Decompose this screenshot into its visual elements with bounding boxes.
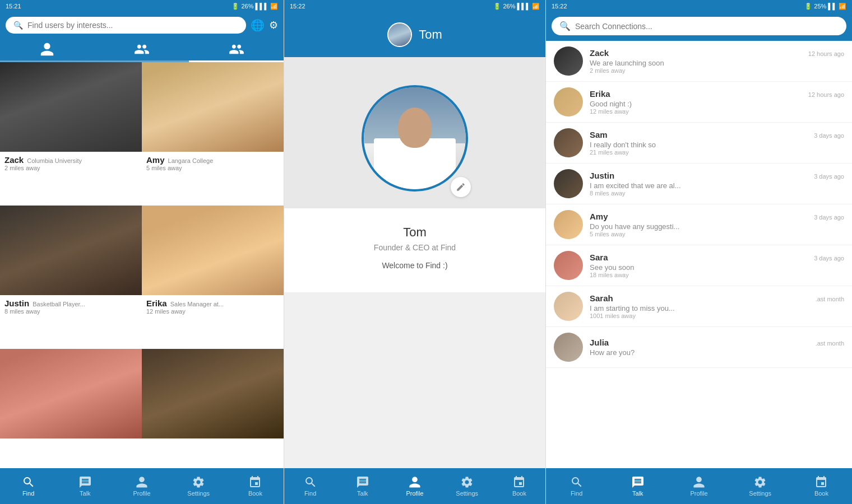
nav-book-1[interactable]: Book xyxy=(227,475,284,497)
conn-info-sarah: Sarah .ast month I am starting to miss y… xyxy=(590,293,844,319)
conn-avatar-sam xyxy=(554,128,583,157)
search-input-3[interactable] xyxy=(575,22,839,31)
nav-find-label-1: Find xyxy=(22,490,34,497)
profile-avatar-edit-btn[interactable] xyxy=(451,177,471,197)
conn-avatar-sarah xyxy=(554,292,583,321)
status-bar-2: 15:22 🔋 26% ▌▌▌ 📶 xyxy=(284,0,545,12)
tab-single-user[interactable] xyxy=(0,41,95,62)
conn-avatar-sara xyxy=(554,251,583,280)
nav-settings-2[interactable]: Settings xyxy=(441,475,493,497)
conn-time-sam: 3 days ago xyxy=(814,132,844,139)
conn-time-julia: .ast month xyxy=(816,340,844,347)
conn-info-sam: Sam 3 days ago I really don't think so 2… xyxy=(590,130,844,156)
search-bar-1: 🔍 🌐 ⚙ xyxy=(0,12,284,38)
connection-item-sam[interactable]: Sam 3 days ago I really don't think so 2… xyxy=(546,123,852,164)
conn-name-sara: Sara xyxy=(590,253,608,262)
nav-settings-label-2: Settings xyxy=(456,490,478,497)
tab-group-user[interactable] xyxy=(95,41,189,62)
conn-time-zack: 12 hours ago xyxy=(808,50,844,57)
conn-distance-zack: 2 miles away xyxy=(590,67,844,74)
conn-distance-sara: 18 miles away xyxy=(590,272,844,278)
connection-item-amy[interactable]: Amy 3 days ago Do you have any suggesti.… xyxy=(546,204,852,245)
connection-item-zack[interactable]: Zack 12 hours ago We are launching soon … xyxy=(546,41,852,82)
search-input-wrap-3[interactable]: 🔍 xyxy=(552,17,846,35)
conn-message-sara: See you soon xyxy=(590,263,844,272)
user-subtitle-zack: Columbia University xyxy=(27,157,82,165)
nav-book-2[interactable]: Book xyxy=(493,475,545,497)
user-card-zack[interactable]: Zack Columbia University 2 miles away xyxy=(0,62,142,206)
nav-profile-label-3: Profile xyxy=(690,490,707,497)
battery-signal-1: 🔋 26% ▌▌▌ 📶 xyxy=(231,3,278,10)
conn-distance-amy: 5 miles away xyxy=(590,231,844,237)
search-icon-1: 🔍 xyxy=(13,21,23,30)
profile-name: Tom xyxy=(295,225,534,240)
nav-profile-1[interactable]: Profile xyxy=(113,475,170,497)
conn-time-sarah: .ast month xyxy=(816,296,844,302)
tab-multiple-users[interactable] xyxy=(189,41,284,62)
user-name-justin: Justin xyxy=(4,298,29,308)
bottom-nav-1: Find Talk Profile Settings Book xyxy=(0,468,284,504)
nav-talk-3[interactable]: Talk xyxy=(607,475,668,497)
profile-info-section: Tom Founder & CEO at Find Welcome to Fin… xyxy=(284,208,545,292)
conn-message-amy: Do you have any suggesti... xyxy=(590,222,844,231)
time-2: 15:22 xyxy=(290,3,305,10)
nav-book-label-2: Book xyxy=(512,490,526,497)
nav-book-3[interactable]: Book xyxy=(791,475,852,497)
user-card-amy[interactable]: Amy Langara College 5 miles away xyxy=(142,62,284,206)
user-card-erika[interactable]: Erika Sales Manager at... 12 miles away xyxy=(142,206,284,349)
user-name-amy: Amy xyxy=(146,155,165,165)
connection-item-erika[interactable]: Erika 12 hours ago Good night :) 12 mile… xyxy=(546,82,852,123)
search-input-1[interactable] xyxy=(27,21,238,30)
nav-talk-1[interactable]: Talk xyxy=(57,475,113,497)
user-subtitle-erika: Sales Manager at... xyxy=(170,300,224,308)
nav-profile-2[interactable]: Profile xyxy=(388,475,441,497)
conn-name-erika: Erika xyxy=(590,89,610,99)
conn-message-sarah: I am starting to miss you... xyxy=(590,304,844,312)
connection-item-julia[interactable]: Julia .ast month How are you? xyxy=(546,327,852,368)
filter-icon-1[interactable]: ⚙ xyxy=(269,19,278,31)
conn-name-zack: Zack xyxy=(590,48,609,58)
conn-message-zack: We are launching soon xyxy=(590,59,844,67)
conn-avatar-erika xyxy=(554,87,583,116)
conn-info-julia: Julia .ast month How are you? xyxy=(590,338,844,357)
conn-info-amy: Amy 3 days ago Do you have any suggesti.… xyxy=(590,212,844,237)
connection-item-justin[interactable]: Justin 3 days ago I am excited that we a… xyxy=(546,164,852,204)
user-card-male2[interactable] xyxy=(142,349,284,468)
connection-item-sarah[interactable]: Sarah .ast month I am starting to miss y… xyxy=(546,286,852,327)
user-name-zack: Zack xyxy=(4,155,24,165)
conn-distance-sam: 21 miles away xyxy=(590,149,844,156)
nav-find-1[interactable]: Find xyxy=(0,475,57,497)
nav-talk-label-3: Talk xyxy=(632,490,643,497)
user-card-justin[interactable]: Justin Basketball Player... 8 miles away xyxy=(0,206,142,349)
profile-header-avatar xyxy=(387,22,412,47)
nav-settings-3[interactable]: Settings xyxy=(730,475,791,497)
conn-info-justin: Justin 3 days ago I am excited that we a… xyxy=(590,171,844,197)
conn-avatar-justin xyxy=(554,169,583,198)
nav-talk-label-1: Talk xyxy=(80,490,91,497)
conn-avatar-amy xyxy=(554,210,583,239)
conn-distance-sarah: 1001 miles away xyxy=(590,312,844,319)
conn-name-sam: Sam xyxy=(590,130,608,139)
globe-icon-1[interactable]: 🌐 xyxy=(251,18,265,32)
conn-info-zack: Zack 12 hours ago We are launching soon … xyxy=(590,48,844,74)
user-card-sara[interactable] xyxy=(0,349,142,468)
profile-header: Tom xyxy=(284,12,545,57)
battery-signal-2: 🔋 26% ▌▌▌ 📶 xyxy=(493,3,540,10)
user-distance-justin: 8 miles away xyxy=(4,308,137,315)
find-panel: 15:21 🔋 26% ▌▌▌ 📶 🔍 🌐 ⚙ Zack xyxy=(0,0,284,504)
nav-find-2[interactable]: Find xyxy=(284,475,336,497)
user-card-info-justin: Justin Basketball Player... 8 miles away xyxy=(0,295,142,319)
connection-item-sara[interactable]: Sara 3 days ago See you soon 18 miles aw… xyxy=(546,245,852,286)
nav-find-3[interactable]: Find xyxy=(546,475,607,497)
conn-info-sara: Sara 3 days ago See you soon 18 miles aw… xyxy=(590,253,844,278)
search-input-wrap-1[interactable]: 🔍 xyxy=(6,17,246,34)
nav-book-label-1: Book xyxy=(248,490,262,497)
conn-avatar-julia xyxy=(554,333,583,362)
nav-profile-3[interactable]: Profile xyxy=(668,475,729,497)
nav-settings-1[interactable]: Settings xyxy=(170,475,227,497)
nav-talk-label-2: Talk xyxy=(357,490,368,497)
user-subtitle-amy: Langara College xyxy=(168,157,214,165)
nav-settings-label-1: Settings xyxy=(187,490,210,497)
nav-profile-label-1: Profile xyxy=(133,490,150,497)
nav-talk-2[interactable]: Talk xyxy=(336,475,388,497)
